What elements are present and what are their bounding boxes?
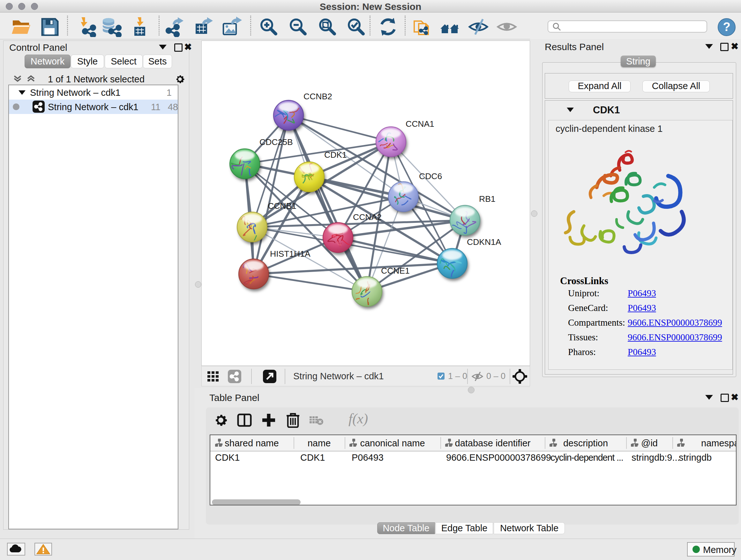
- svg-text:CCNA2: CCNA2: [353, 212, 382, 222]
- svg-text:CDC25B: CDC25B: [259, 137, 293, 147]
- svg-text:CDC6: CDC6: [419, 172, 442, 181]
- svg-text:?: ?: [723, 20, 730, 34]
- svg-text:CCNB2: CCNB2: [304, 91, 332, 101]
- svg-text:CDKN1A: CDKN1A: [467, 237, 501, 247]
- svg-text:CCNB1: CCNB1: [268, 201, 296, 211]
- svg-text:CCNE1: CCNE1: [381, 266, 410, 275]
- svg-text:CDK1: CDK1: [324, 150, 347, 160]
- svg-text:RB1: RB1: [479, 194, 495, 204]
- svg-text:HIST1H1A: HIST1H1A: [270, 249, 311, 259]
- svg-text:CCNA1: CCNA1: [406, 119, 434, 129]
